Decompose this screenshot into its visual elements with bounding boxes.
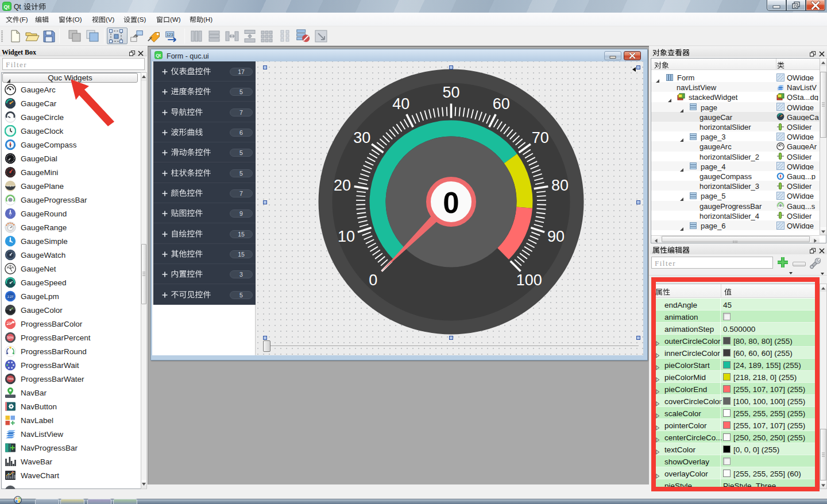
svg-text:40: 40 bbox=[392, 95, 409, 113]
svg-text:80: 80 bbox=[551, 177, 569, 194]
svg-text:50%: 50% bbox=[7, 336, 13, 339]
svg-text:100: 100 bbox=[516, 272, 542, 289]
svg-text:90: 90 bbox=[547, 228, 565, 245]
svg-text:70: 70 bbox=[532, 129, 549, 146]
svg-text:2.27: 2.27 bbox=[7, 295, 14, 298]
svg-text:Qt: Qt bbox=[156, 53, 161, 58]
svg-text:20: 20 bbox=[334, 177, 351, 194]
svg-text:74%: 74% bbox=[7, 377, 13, 381]
svg-text:0: 0 bbox=[443, 187, 459, 219]
svg-text:123: 123 bbox=[167, 33, 173, 37]
svg-text:Qt: Qt bbox=[4, 4, 10, 10]
svg-text:30: 30 bbox=[353, 129, 370, 146]
svg-text:50: 50 bbox=[442, 84, 459, 101]
svg-text:0: 0 bbox=[369, 272, 377, 289]
svg-text:10: 10 bbox=[338, 228, 355, 245]
svg-text:60: 60 bbox=[493, 95, 510, 113]
